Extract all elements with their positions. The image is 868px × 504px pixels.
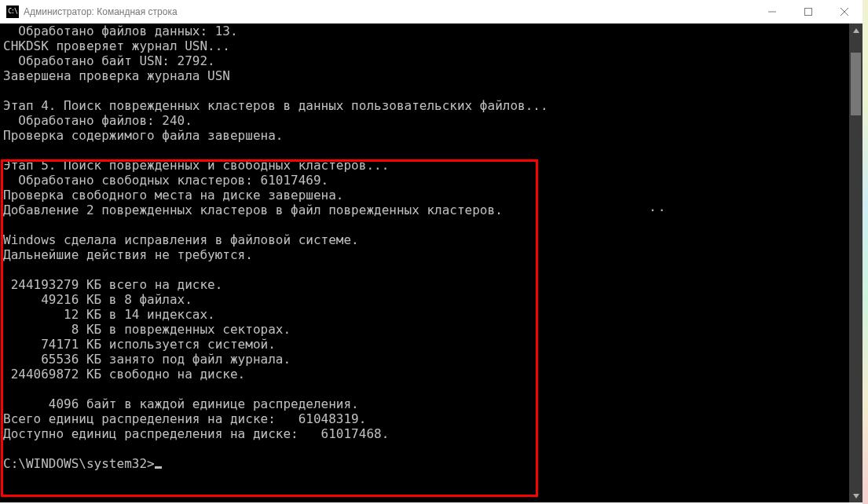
scroll-down-arrow-icon[interactable] bbox=[849, 489, 863, 502]
terminal-line: 65536 КБ занято под файл журнала. bbox=[3, 352, 846, 367]
terminal-line bbox=[3, 143, 846, 158]
terminal-line bbox=[3, 441, 846, 456]
terminal-line: Проверка свободного места на диске завер… bbox=[3, 188, 846, 203]
vertical-scrollbar[interactable] bbox=[849, 24, 863, 502]
terminal-line: 8 КБ в поврежденных секторах. bbox=[3, 322, 846, 337]
terminal-line: Дальнейшие действия не требуются. bbox=[3, 247, 846, 262]
prompt-line[interactable]: C:\WINDOWS\system32> bbox=[3, 456, 846, 471]
terminal-line: Обработано байт USN: 2792. bbox=[3, 53, 846, 68]
window-title: Администратор: Командная строка bbox=[24, 6, 754, 17]
terminal-line: 74171 КБ используется системой. bbox=[3, 337, 846, 352]
terminal-line bbox=[3, 382, 846, 396]
terminal-line: Всего единиц распределения на диске: 610… bbox=[3, 411, 846, 426]
close-button[interactable] bbox=[826, 0, 863, 23]
terminal-line: 244193279 КБ всего на диске. bbox=[3, 277, 846, 292]
terminal-line: Этап 4. Поиск поврежденных кластеров в д… bbox=[3, 98, 846, 113]
terminal-line: 4096 байт в каждой единице распределения… bbox=[3, 396, 846, 411]
client-area: Обработано файлов данных: 13.CHKDSK пров… bbox=[0, 24, 863, 502]
terminal-line: Завершена проверка журнала USN bbox=[3, 68, 846, 83]
stray-text: .. bbox=[649, 199, 667, 214]
terminal-line: Доступно единиц распределения на диске: … bbox=[3, 426, 846, 441]
window-frame: C:\ Администратор: Командная строка Обра… bbox=[0, 0, 863, 502]
scroll-track[interactable] bbox=[849, 37, 863, 489]
scroll-up-arrow-icon[interactable] bbox=[849, 24, 863, 37]
svg-rect-1 bbox=[805, 8, 812, 15]
terminal-line bbox=[3, 262, 846, 277]
terminal-line: Обработано свободных кластеров: 61017469… bbox=[3, 173, 846, 188]
prompt-text: C:\WINDOWS\system32> bbox=[3, 456, 155, 471]
terminal-line bbox=[3, 83, 846, 98]
terminal-line: CHKDSK проверяет журнал USN... bbox=[3, 38, 846, 53]
terminal-line: Добавление 2 поврежденных кластеров в фа… bbox=[3, 203, 846, 217]
terminal-line: Windows сделала исправления в файловой с… bbox=[3, 232, 846, 247]
maximize-button[interactable] bbox=[790, 0, 826, 23]
app-icon: C:\ bbox=[6, 5, 19, 18]
cursor bbox=[155, 466, 162, 469]
terminal-line: Этап 5. Поиск поврежденных и свободных к… bbox=[3, 158, 846, 173]
terminal-line: 49216 КБ в 8 файлах. bbox=[3, 292, 846, 307]
terminal-line: 12 КБ в 14 индексах. bbox=[3, 307, 846, 322]
terminal-line bbox=[3, 217, 846, 232]
scroll-thumb[interactable] bbox=[851, 53, 861, 115]
terminal-line: Обработано файлов данных: 13. bbox=[3, 24, 846, 38]
terminal-line: Обработано файлов: 240. bbox=[3, 113, 846, 128]
minimize-button[interactable] bbox=[754, 0, 790, 23]
terminal-output[interactable]: Обработано файлов данных: 13.CHKDSK пров… bbox=[0, 24, 849, 502]
titlebar[interactable]: C:\ Администратор: Командная строка bbox=[0, 0, 863, 24]
terminal-line: Проверка содержимого файла завершена. bbox=[3, 128, 846, 143]
adjacent-window-peek bbox=[863, 0, 868, 504]
window-controls bbox=[754, 0, 863, 23]
terminal-line: 244069872 КБ свободно на диске. bbox=[3, 367, 846, 382]
